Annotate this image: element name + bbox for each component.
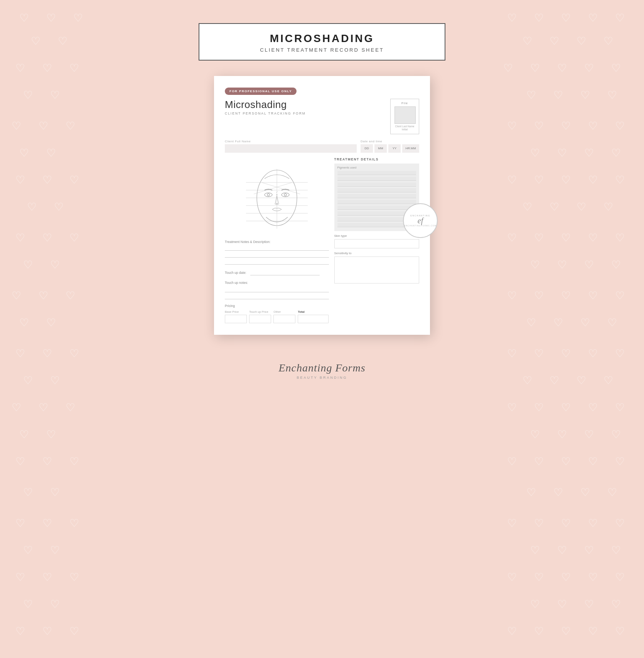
form-header: Microshading CLIENT PERSONAL TRACKING FO… — [225, 99, 419, 134]
heart-icon: ♡ — [50, 544, 60, 557]
svg-point-14 — [276, 194, 277, 195]
main-subtitle: CLIENT TREATMENT RECORD SHEET — [211, 47, 433, 53]
heart-icon: ♡ — [588, 625, 598, 638]
base-price-label: Base Price — [225, 310, 247, 314]
heart-icon: ♡ — [588, 455, 598, 468]
skin-type-input[interactable] — [334, 239, 420, 248]
client-name-input[interactable] — [225, 144, 357, 153]
touch-up-date-label: Touch up date: — [225, 271, 246, 275]
touch-up-price-col: Touch up Price — [249, 310, 271, 323]
client-info-row: Client Full Name Date and time — [225, 140, 419, 153]
heart-icon: ♡ — [507, 401, 517, 414]
heart-icon: ♡ — [50, 598, 60, 611]
stamp-monogram: ef — [418, 217, 423, 224]
brand-tagline: BEAUTY BRANDING — [278, 376, 365, 380]
touch-up-notes-line-2 — [225, 295, 329, 299]
heart-icon: ♡ — [46, 428, 56, 441]
pigment-line-5 — [337, 194, 416, 198]
sensitivity-group: Sensitivity to — [334, 251, 420, 285]
form-title-area: Microshading CLIENT PERSONAL TRACKING FO… — [225, 99, 306, 115]
heart-icon: ♡ — [42, 571, 52, 584]
heart-icon: ♡ — [588, 517, 598, 530]
time-input[interactable] — [402, 144, 419, 153]
heart-icon: ♡ — [584, 598, 594, 611]
touch-up-date-line — [250, 271, 320, 275]
form-document: FOR PROFESSIONAL USE ONLY Microshading C… — [214, 76, 430, 335]
touch-up-notes-label: Touch up notes: — [225, 281, 248, 285]
touch-up-price-input[interactable] — [249, 315, 271, 323]
heart-icon: ♡ — [615, 625, 625, 638]
face-illustration-container — [225, 157, 329, 235]
heart-icon: ♡ — [50, 486, 60, 499]
heart-icon: ♡ — [15, 625, 25, 638]
sensitivity-input[interactable] — [334, 256, 420, 283]
total-price-input[interactable] — [298, 315, 329, 323]
pricing-label: Pricing — [225, 304, 329, 308]
heart-icon: ♡ — [607, 486, 617, 499]
form-subtitle: CLIENT PERSONAL TRACKING FORM — [225, 111, 306, 115]
pigment-line-4 — [337, 188, 416, 192]
client-name-label: Client Full Name — [225, 140, 357, 143]
pricing-row: Base Price Touch up Price Other Tot — [225, 310, 329, 323]
heart-icon: ♡ — [507, 571, 517, 584]
heart-icon: ♡ — [615, 401, 625, 414]
header-title-box: MICROSHADING CLIENT TREATMENT RECORD SHE… — [199, 23, 445, 61]
pigments-label: Pigments used — [337, 166, 416, 169]
heart-icon: ♡ — [23, 544, 33, 557]
heart-icon: ♡ — [15, 571, 25, 584]
file-photo-placeholder — [394, 106, 416, 124]
date-mm-input[interactable] — [374, 144, 387, 153]
heart-icon: ♡ — [66, 401, 75, 414]
heart-icon: ♡ — [611, 428, 621, 441]
treatment-notes-label: Treatment Notes & Description: — [225, 240, 329, 244]
heart-icon: ♡ — [588, 401, 598, 414]
form-title: Microshading — [225, 99, 306, 111]
heart-icon: ♡ — [23, 486, 33, 499]
skin-type-label: Skin type — [334, 234, 420, 238]
heart-icon: ♡ — [42, 625, 52, 638]
heart-icon: ♡ — [19, 428, 29, 441]
heart-icon: ♡ — [526, 486, 536, 499]
heart-icon: ♡ — [69, 455, 79, 468]
client-name-group: Client Full Name — [225, 140, 357, 153]
heart-icon: ♡ — [530, 544, 540, 557]
svg-point-13 — [284, 194, 287, 196]
heart-icon: ♡ — [611, 598, 621, 611]
date-yy-input[interactable] — [388, 144, 401, 153]
heart-icon: ♡ — [584, 428, 594, 441]
notes-line-1 — [225, 246, 329, 251]
main-title: MICROSHADING — [211, 32, 433, 45]
notes-line-2 — [225, 253, 329, 258]
heart-icon: ♡ — [561, 571, 571, 584]
base-price-input[interactable] — [225, 315, 247, 323]
touch-up-date-row: Touch up date: — [225, 268, 329, 275]
enchanting-forms-stamp: ENCHANTING ef ENCHANTINGFORMS.COM — [403, 203, 438, 238]
heart-icon: ♡ — [530, 428, 540, 441]
touch-up-price-label: Touch up Price — [249, 310, 271, 314]
heart-icon: ♡ — [561, 625, 571, 638]
file-name-label: Client Last Name Initial — [394, 125, 415, 132]
heart-icon: ♡ — [561, 401, 571, 414]
heart-icon: ♡ — [534, 517, 544, 530]
heart-icon: ♡ — [15, 455, 25, 468]
heart-icon: ♡ — [69, 571, 79, 584]
heart-icon: ♡ — [530, 598, 540, 611]
total-price-col: Total — [298, 310, 329, 323]
heart-icon: ♡ — [507, 455, 517, 468]
other-price-input[interactable] — [273, 315, 295, 323]
date-dd-input[interactable] — [361, 144, 373, 153]
pigment-line-3 — [337, 182, 416, 187]
heart-icon: ♡ — [611, 544, 621, 557]
heart-icon: ♡ — [561, 517, 571, 530]
heart-icon: ♡ — [69, 517, 79, 530]
heart-icon: ♡ — [42, 455, 52, 468]
pigment-line-7 — [337, 206, 416, 210]
heart-icon: ♡ — [39, 401, 48, 414]
touch-up-notes-line-1 — [225, 288, 329, 292]
heart-icon: ♡ — [15, 517, 25, 530]
treatment-details-label: TREATMENT DETAILS — [334, 157, 420, 161]
svg-point-11 — [267, 194, 270, 196]
other-price-label: Other — [273, 310, 295, 314]
date-inputs — [361, 144, 419, 153]
heart-icon: ♡ — [615, 517, 625, 530]
